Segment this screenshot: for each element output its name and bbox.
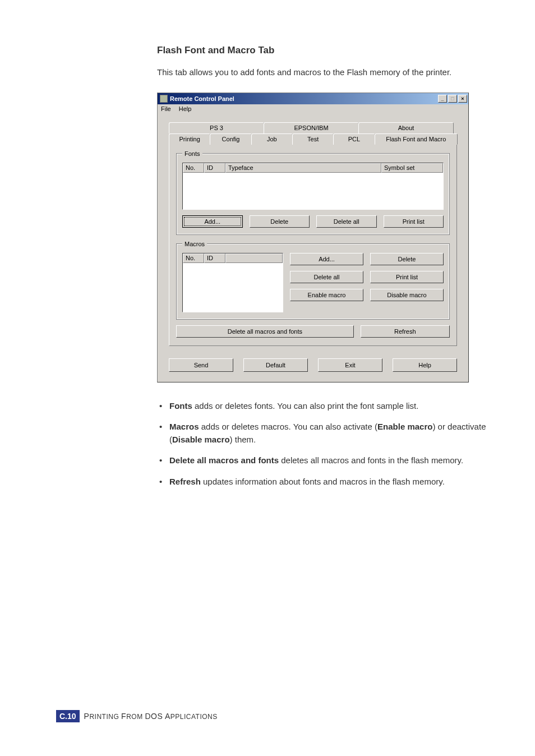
tab-pcl[interactable]: PCL <box>333 133 375 145</box>
refresh-button[interactable]: Refresh <box>361 325 450 338</box>
macros-col-id[interactable]: ID <box>204 253 225 263</box>
menu-file[interactable]: File <box>161 105 171 112</box>
section-heading: Flash Font and Macro Tab <box>157 45 501 56</box>
tab-flash-font-macro[interactable]: Flash Font and Macro <box>375 133 458 145</box>
macros-group: Macros No. ID <box>176 241 450 320</box>
fonts-col-no[interactable]: No. <box>183 163 204 173</box>
title-bar: Remote Control Panel _ □ × <box>158 93 468 104</box>
bullet-delete-all: Delete all macros and fonts deletes all … <box>157 454 501 467</box>
macros-col-no[interactable]: No. <box>183 253 204 263</box>
bullet-refresh: Refresh updates information about fonts … <box>157 475 501 488</box>
send-button[interactable]: Send <box>169 358 233 372</box>
fonts-list[interactable]: No. ID Typeface Symbol set <box>182 163 444 210</box>
macros-list[interactable]: No. ID <box>182 253 283 312</box>
bullet-macros: Macros adds or deletes macros. You can a… <box>157 420 501 446</box>
page-number-badge: C.10 <box>56 710 80 722</box>
tab-epson-ibm[interactable]: EPSON/IBM <box>264 122 359 133</box>
maximize-button[interactable]: □ <box>448 95 457 103</box>
fonts-col-symbolset[interactable]: Symbol set <box>381 163 443 173</box>
footer-text: PRINTING FROM DOS APPLICATIONS <box>84 712 218 721</box>
macros-legend: Macros <box>182 241 207 247</box>
default-button[interactable]: Default <box>243 358 308 372</box>
tab-ps3[interactable]: PS 3 <box>169 122 264 133</box>
macros-col-blank[interactable] <box>225 253 283 263</box>
fonts-col-id[interactable]: ID <box>204 163 225 173</box>
page-footer: C.10 PRINTING FROM DOS APPLICATIONS <box>56 710 218 722</box>
tab-config[interactable]: Config <box>210 133 251 145</box>
bullet-list: Fonts adds or deletes fonts. You can als… <box>157 399 501 488</box>
fonts-group: Fonts No. ID Typeface Symbol set Add... <box>176 150 450 235</box>
tab-job[interactable]: Job <box>251 133 293 145</box>
macros-add-button[interactable]: Add... <box>290 253 363 265</box>
tab-printing[interactable]: Printing <box>169 133 210 145</box>
fonts-col-typeface[interactable]: Typeface <box>225 163 381 173</box>
help-button[interactable]: Help <box>393 358 457 372</box>
fonts-print-list-button[interactable]: Print list <box>384 215 444 228</box>
fonts-delete-button[interactable]: Delete <box>250 215 310 228</box>
exit-button[interactable]: Exit <box>318 358 382 372</box>
bullet-fonts: Fonts adds or deletes fonts. You can als… <box>157 399 501 412</box>
fonts-delete-all-button[interactable]: Delete all <box>316 215 377 228</box>
menu-help[interactable]: Help <box>179 105 192 112</box>
tab-test[interactable]: Test <box>292 133 334 145</box>
macros-print-list-button[interactable]: Print list <box>370 271 444 283</box>
delete-all-macros-fonts-button[interactable]: Delete all macros and fonts <box>176 325 354 338</box>
window-title: Remote Control Panel <box>170 95 437 102</box>
minimize-button[interactable]: _ <box>438 95 447 103</box>
macros-delete-button[interactable]: Delete <box>370 253 444 265</box>
close-button[interactable]: × <box>458 95 467 103</box>
screenshot-window: Remote Control Panel _ □ × File Help PS … <box>157 93 469 382</box>
macros-delete-all-button[interactable]: Delete all <box>290 271 363 283</box>
tab-about[interactable]: About <box>358 122 454 133</box>
menu-bar: File Help <box>158 104 468 113</box>
fonts-legend: Fonts <box>182 150 202 157</box>
macros-enable-button[interactable]: Enable macro <box>290 289 363 301</box>
intro-text: This tab allows you to add fonts and mac… <box>157 66 501 79</box>
fonts-add-button[interactable]: Add... <box>182 215 243 228</box>
app-icon <box>160 95 168 103</box>
macros-disable-button[interactable]: Disable macro <box>370 289 444 301</box>
